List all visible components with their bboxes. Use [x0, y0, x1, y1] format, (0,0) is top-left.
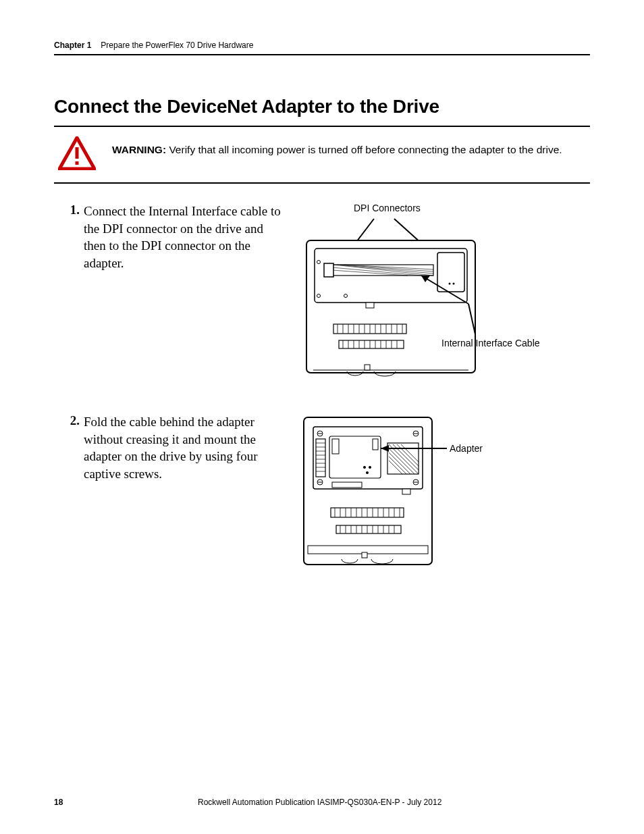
step-figure-1: DPI Connectors — [300, 203, 590, 381]
svg-rect-2 — [76, 161, 79, 165]
svg-rect-50 — [365, 365, 370, 370]
publication-id: Rockwell Automation Publication IASIMP-Q… — [198, 798, 441, 807]
drive-diagram-icon — [300, 203, 583, 378]
warning-body: Verify that all incoming power is turned… — [169, 144, 562, 155]
label-internal-interface-cable: Internal Interface Cable — [441, 338, 540, 348]
svg-rect-17 — [437, 253, 464, 292]
steps-list: 1. Connect the Internal Interface cable … — [54, 203, 590, 582]
svg-point-78 — [366, 471, 369, 474]
warning-box: WARNING: Verify that all incoming power … — [54, 127, 590, 184]
step-2: 2. Fold the cable behind the adapter wit… — [54, 413, 590, 582]
label-dpi-connectors: DPI Connectors — [354, 203, 421, 213]
svg-point-77 — [369, 466, 371, 469]
step-number: 2. — [54, 413, 84, 428]
svg-rect-16 — [324, 263, 333, 277]
svg-rect-116 — [308, 546, 428, 554]
step-1: 1. Connect the Internal Interface cable … — [54, 203, 590, 381]
running-header: Chapter 1 Prepare the PowerFlex 70 Drive… — [54, 41, 590, 55]
page: Chapter 1 Prepare the PowerFlex 70 Drive… — [0, 0, 644, 834]
warning-text: WARNING: Verify that all incoming power … — [112, 136, 562, 157]
svg-point-76 — [363, 466, 366, 469]
svg-rect-38 — [339, 340, 404, 348]
svg-rect-89 — [402, 489, 410, 494]
step-text: Fold the cable behind the adapter withou… — [84, 413, 286, 582]
svg-rect-1 — [76, 147, 79, 159]
warning-label: WARNING: — [112, 144, 166, 155]
warning-icon — [58, 136, 96, 173]
drive-diagram-icon — [300, 413, 529, 575]
label-adapter: Adapter — [450, 443, 483, 454]
page-footer: 18 Rockwell Automation Publication IASIM… — [54, 798, 590, 807]
section-title: Connect the DeviceNet Adapter to the Dri… — [54, 96, 590, 118]
svg-point-19 — [453, 283, 455, 285]
step-number: 1. — [54, 203, 84, 217]
step-figure-2: Adapter — [300, 413, 590, 582]
svg-point-18 — [449, 283, 451, 285]
chapter-label: Chapter 1 — [54, 41, 91, 50]
page-number: 18 — [54, 798, 63, 807]
step-text: Connect the Internal Interface cable to … — [84, 203, 286, 381]
svg-rect-88 — [332, 482, 362, 488]
svg-rect-74 — [332, 439, 339, 454]
svg-rect-64 — [316, 439, 325, 477]
svg-rect-117 — [362, 552, 367, 558]
chapter-title: Prepare the PowerFlex 70 Drive Hardware — [101, 41, 253, 50]
svg-rect-23 — [366, 303, 374, 308]
svg-rect-75 — [373, 439, 378, 450]
svg-rect-104 — [336, 525, 401, 533]
